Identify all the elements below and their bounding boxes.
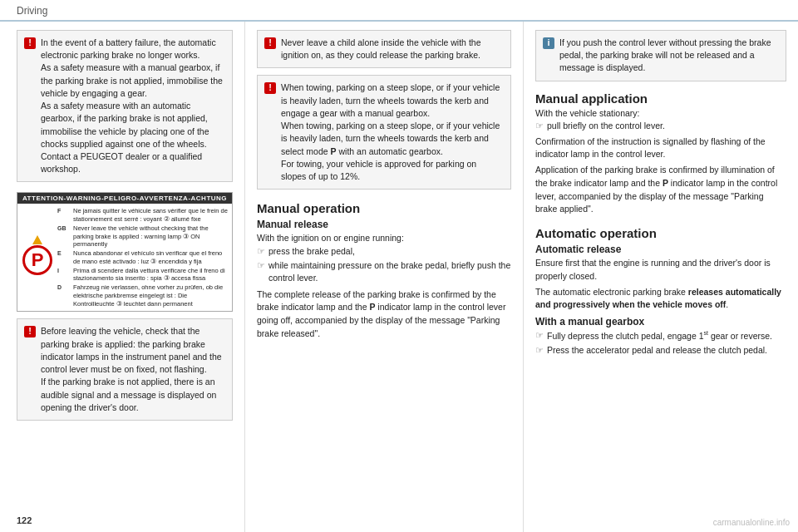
attention-lines: F Ne jamais quitter le véhicule sans vér… — [57, 207, 229, 308]
bullet-text-push-lever: while maintaining pressure on the brake … — [268, 259, 511, 284]
manual-release-intro: With the ignition on or engine running: — [257, 232, 511, 245]
warning-icon-4: ! — [264, 82, 276, 94]
attention-body: P F Ne jamais quitter le véhicule sans v… — [17, 204, 232, 311]
flag-fr: F — [57, 207, 71, 214]
automatic-operation-section: Automatic operation Automatic release En… — [535, 221, 786, 358]
warning-text-battery: In the event of a battery failure, the a… — [41, 37, 225, 175]
page-number: 122 — [17, 515, 32, 525]
attention-line-de: D Fahrzeug nie verlassen, ohne vorher zu… — [57, 283, 229, 308]
manual-application-confirmation1: Confirmation of the instruction is signa… — [535, 135, 786, 162]
battery-warning-line4: Contact a PEUGEOT dealer or a qualified … — [41, 151, 202, 174]
info-text-lever: If you push the control lever without pr… — [559, 37, 779, 75]
attention-text-de: Fahrzeug nie verlassen, ohne vorher zu p… — [73, 283, 229, 308]
info-lever-text: If you push the control lever without pr… — [559, 37, 771, 72]
attention-box: ATTENTION-WARNING-PELIGRO-AVVERTENZA-ACH… — [17, 192, 233, 312]
manual-application-heading: Manual application — [535, 91, 786, 106]
bullet-text-accelerator: Press the accelerator pedal and release … — [547, 344, 767, 357]
flag-gb: GB — [57, 224, 71, 232]
warning-icon-3: ! — [264, 37, 276, 49]
child-warning-text: Never leave a child alone inside the veh… — [281, 37, 480, 60]
battery-warning-line1: In the event of a battery failure, the a… — [41, 37, 216, 60]
header: Driving — [0, 0, 798, 22]
flag-it: I — [57, 267, 71, 274]
header-title: Driving — [17, 5, 47, 17]
info-box-lever: i If you push the control lever without … — [535, 30, 786, 81]
attention-header: ATTENTION-WARNING-PELIGRO-AVVERTENZA-ACH… — [17, 193, 232, 204]
battery-warning-line3: As a safety measure with an automatic ge… — [41, 101, 209, 149]
manual-operation-section: Manual operation Manual release With the… — [257, 196, 511, 340]
warning-box-child: ! Never leave a child alone inside the v… — [257, 30, 511, 68]
flag-de: D — [57, 283, 71, 291]
bullet-arrow-1: ☞ — [257, 245, 265, 258]
manual-release-subheading: Manual release — [257, 219, 511, 230]
attention-line-fr: F Ne jamais quitter le véhicule sans vér… — [57, 207, 229, 224]
warning-box-towing: ! When towing, parking on a steep slope,… — [257, 75, 511, 190]
leaving-warning-line2: If the parking brake is not applied, the… — [41, 377, 216, 411]
attention-text-it: Prima di scendere dalla vettura verifica… — [73, 267, 229, 283]
info-icon: i — [543, 37, 554, 49]
manual-release-confirmation: The complete release of the parking brak… — [257, 288, 511, 341]
bullet-press-brake: ☞ press the brake pedal, — [257, 245, 511, 258]
attention-p-icon: P — [22, 245, 52, 275]
bullet-arrow-5: ☞ — [535, 344, 544, 357]
bullet-clutch: ☞ Fully depress the clutch pedal, engage… — [535, 329, 786, 342]
bullet-text-press-brake: press the brake pedal, — [268, 245, 355, 258]
automatic-release-subheading: Automatic release — [535, 244, 786, 255]
towing-warning-line3: For towing, your vehicle is approved for… — [281, 159, 476, 181]
attention-text-es: Nunca abandonar el vehículo sin verifica… — [73, 249, 229, 266]
attention-text-gb: Never leave the vehicle without checking… — [73, 224, 229, 249]
bullet-arrow-2: ☞ — [257, 259, 265, 284]
bullet-arrow-3: ☞ — [535, 120, 544, 132]
battery-warning-line2: As a safety measure with a manual gearbo… — [41, 62, 223, 97]
warning-text-child: Never leave a child alone inside the veh… — [281, 37, 504, 62]
warning-box-battery: ! In the event of a battery failure, the… — [17, 30, 233, 182]
flag-es: E — [57, 249, 71, 257]
warning-text-towing: When towing, parking on a steep slope, o… — [281, 81, 504, 183]
content-area: ! In the event of a battery failure, the… — [0, 22, 798, 532]
attention-line-gb: GB Never leave the vehicle without check… — [57, 224, 229, 249]
bullet-text-clutch: Fully depress the clutch pedal, engage 1… — [547, 329, 772, 342]
manual-application-confirmation2: Application of the parking brake is conf… — [535, 164, 786, 216]
left-column: ! In the event of a battery failure, the… — [0, 22, 245, 532]
towing-warning-line2: When towing, parking on a steep slope, o… — [281, 121, 500, 155]
bullet-accelerator: ☞ Press the accelerator pedal and releas… — [535, 344, 786, 357]
manual-application-stationary: With the vehicle stationary: — [535, 107, 786, 121]
towing-warning-line1: When towing, parking on a steep slope, o… — [281, 82, 500, 117]
page: Driving ! In the event of a battery fail… — [0, 0, 798, 532]
right-column: i If you push the control lever without … — [524, 22, 798, 532]
leaving-warning-line1: Before leaving the vehicle, check that t… — [41, 326, 222, 374]
middle-column: ! Never leave a child alone inside the v… — [245, 22, 524, 532]
watermark: carmanualonline.info — [713, 518, 790, 527]
warning-icon-1: ! — [24, 37, 36, 49]
warning-box-leaving: ! Before leaving the vehicle, check that… — [17, 318, 233, 421]
automatic-operation-heading: Automatic operation — [535, 226, 786, 240]
attention-line-it: I Prima di scendere dalla vettura verifi… — [57, 267, 229, 283]
bullet-push-lever: ☞ while maintaining pressure on the brak… — [257, 259, 511, 284]
warning-text-leaving: Before leaving the vehicle, check that t… — [41, 325, 225, 414]
attention-line-es: E Nunca abandonar el vehículo sin verifi… — [57, 249, 229, 266]
manual-application-section: Manual application With the vehicle stat… — [535, 86, 786, 216]
bullet-pull-lever: ☞ pull briefly on the control lever. — [535, 120, 786, 132]
manual-operation-heading: Manual operation — [257, 201, 511, 215]
attention-text-fr: Ne jamais quitter le véhicule sans vérif… — [73, 207, 229, 224]
auto-release-body1: Ensure first that the engine is running … — [535, 257, 786, 283]
warning-icon-2: ! — [24, 326, 36, 337]
auto-release-body2: The automatic electronic parking brake r… — [535, 286, 786, 313]
bullet-arrow-4: ☞ — [535, 329, 544, 342]
bullet-text-pull-lever: pull briefly on the control lever. — [547, 120, 665, 132]
attention-p-letter: P — [32, 249, 44, 271]
manual-gearbox-subheading: With a manual gearbox — [535, 316, 786, 328]
